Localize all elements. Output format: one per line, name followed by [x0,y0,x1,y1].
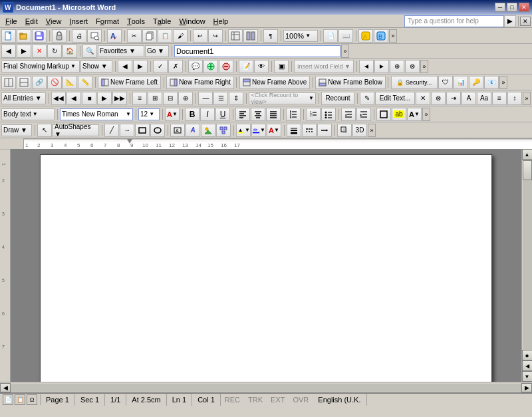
frames-extra-9[interactable]: 🔑 [469,76,483,89]
markup-show-dropdown[interactable]: Show ▼ [80,61,112,72]
frames-extra-5[interactable]: 📐 [63,76,77,89]
font-color-btn2[interactable]: A ▼ [407,108,422,121]
address-input[interactable]: Document1 [174,45,340,57]
numbering-button[interactable]: 1.2. [306,108,321,121]
search-web-button[interactable]: 🔍 [82,45,97,58]
zoom-dropdown[interactable]: 100% ▼ [283,30,318,42]
review-btn-7[interactable]: ⊞ [148,92,162,105]
wordart-button[interactable]: A [186,124,200,137]
menu-help[interactable]: Help [209,15,233,27]
paste-button[interactable]: 📋 [158,29,172,43]
diagram-button[interactable] [216,124,231,137]
redo-button[interactable]: ↪ [208,29,223,43]
cut-button[interactable]: ✂ [127,29,142,43]
highlight-button[interactable]: ab [392,108,406,121]
home-button[interactable]: 🏠 [63,45,77,58]
line-style-button[interactable] [287,124,301,137]
permission-button[interactable] [52,29,66,43]
more-markup-2[interactable] [219,60,233,73]
autoshapes-dropdown[interactable]: AutoShapes ▼ [53,124,99,136]
menu-view[interactable]: View [42,15,66,27]
markup-extra-4[interactable]: ⊗ [405,60,420,73]
document-scroll-area[interactable] [11,149,521,382]
address-overflow[interactable]: » [341,45,349,58]
draw-overflow[interactable]: » [368,124,376,137]
markup-showing-dropdown[interactable]: Final Showing Markup ▼ [1,61,80,72]
menu-edit[interactable]: Edit [21,15,42,27]
format-painter-button[interactable]: 🖌 [173,29,188,43]
horizontal-scrollbar[interactable]: ◀ ▶ [0,382,532,392]
new-frame-right-button[interactable]: New Frame Right [166,76,234,89]
go-dropdown[interactable]: Go ▼ [145,45,169,57]
3d-button[interactable]: 3D [352,124,367,137]
recount-button[interactable]: Recount [321,92,354,105]
more-markup-1[interactable] [203,60,218,73]
menu-window[interactable]: Window [175,15,209,27]
insert-table-button[interactable] [228,29,243,43]
frames-overflow[interactable]: » [499,76,507,89]
review-btn-9[interactable]: ⊕ [178,92,193,105]
status-icon-3[interactable]: Ω [27,394,37,405]
close-button[interactable]: ✕ [519,3,529,12]
review-btn-3[interactable]: ■ [82,92,96,105]
review-btn-11[interactable]: ☰ [213,92,228,105]
save-button[interactable] [32,29,47,43]
font-color-draw-button[interactable]: A ▼ [267,124,281,137]
frames-extra-6[interactable]: 📏 [78,76,92,89]
all-entries-dropdown[interactable]: All Entries ▼ [1,92,46,104]
status-icon-2[interactable]: 📋 [15,394,25,405]
reject-change-button[interactable]: ✗ [168,60,183,73]
document-map-button[interactable]: 📄 [323,29,338,43]
shadow-button[interactable] [337,124,352,137]
accept-change-button[interactable]: ✓ [153,60,168,73]
oval-button[interactable] [150,124,165,137]
align-left-button[interactable] [235,108,250,121]
security-button[interactable]: 🔒 Security... [391,76,438,89]
menu-format[interactable]: Format [92,15,123,27]
new-frame-above-button[interactable]: New Frame Above [239,76,310,89]
open-button[interactable] [17,29,31,43]
line-spacing-button[interactable] [286,108,301,121]
bold-button[interactable]: B [185,108,200,121]
formatting-overflow[interactable]: » [422,108,430,121]
review-extra-5[interactable]: A [462,92,476,105]
review-btn-10[interactable]: — [198,92,213,105]
status-icon-1[interactable]: 📄 [3,394,13,405]
show-markup-button[interactable]: 👁 [254,60,269,73]
review-extra-2[interactable]: ✕ [416,92,430,105]
line-button[interactable]: ╱ [104,124,119,137]
prev-change-button[interactable]: ◀ [118,60,132,73]
restore-button[interactable]: □ [507,3,517,12]
bullets-button[interactable] [321,108,336,121]
border-button[interactable] [376,108,391,121]
review-extra-8[interactable]: ↕ [507,92,522,105]
reviewing-pane-button[interactable]: ▣ [274,60,289,73]
back-button[interactable]: ◀ [1,45,16,58]
frames-extra-8[interactable]: 📊 [454,76,468,89]
review-extra-7[interactable]: ≡ [492,92,507,105]
reading-mode-button[interactable]: 📖 [338,29,353,43]
arrow-style-button[interactable] [317,124,332,137]
tracking-button[interactable]: 📝 [239,60,253,73]
review-extra-1[interactable]: ✎ [360,92,374,105]
new-frame-left-button[interactable]: New Frame Left [98,76,161,89]
frames-extra-4[interactable]: 🚫 [47,76,62,89]
frames-extra-7[interactable]: 🛡 [438,76,453,89]
dash-style-button[interactable] [302,124,317,137]
menu-table[interactable]: Table [149,15,176,27]
insert-word-field-button[interactable]: Insert Word Field ▼ [294,60,354,73]
print-button[interactable]: 🖨 [72,29,86,43]
forward-button[interactable]: ▶ [17,45,31,58]
frames-extra-3[interactable]: 🔗 [32,76,47,89]
vertical-scrollbar[interactable]: ▲ ● ◀ ▼ [521,149,532,382]
align-center-button[interactable] [251,108,265,121]
frames-extra-1[interactable] [1,76,16,89]
undo-button[interactable]: ↩ [193,29,207,43]
italic-button[interactable]: I [200,108,215,121]
toolbar-close[interactable]: ✕ [520,17,531,26]
stop-button[interactable]: ✕ [32,45,47,58]
review-extra-4[interactable]: ⇥ [446,92,461,105]
arrow-button[interactable]: → [120,124,134,137]
text-box-button[interactable]: A [170,124,185,137]
menu-insert[interactable]: Insert [66,15,92,27]
